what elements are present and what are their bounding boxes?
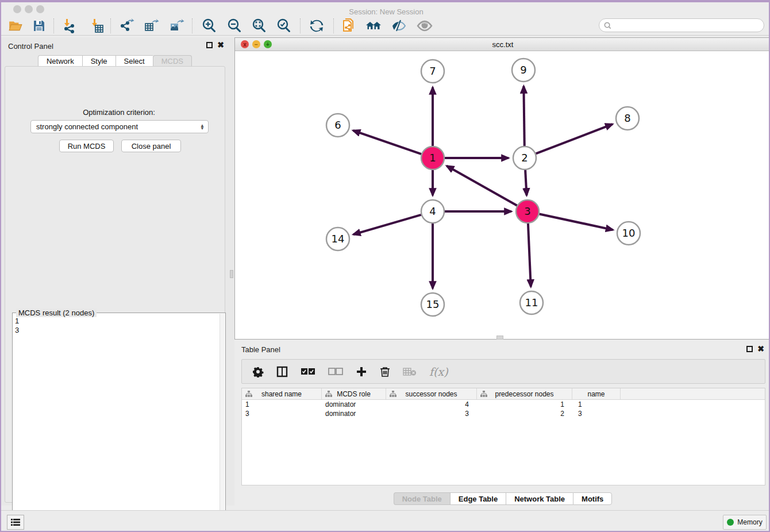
column-header-predecessor-nodes[interactable]: predecessor nodes (477, 388, 572, 399)
toolbar-separator (53, 18, 54, 33)
table-row[interactable]: 1 dominator 4 1 1 (242, 400, 765, 409)
first-neighbors-icon[interactable] (364, 17, 383, 34)
tab-network-table[interactable]: Network Table (506, 492, 573, 505)
graph-node-label: 15 (426, 298, 440, 310)
app-titlebar: Session: New Session (1, 2, 770, 16)
control-panel-tabs: Network Style Select MCDS (1, 55, 229, 67)
cell-name: 3 (572, 409, 621, 418)
table-toolbar: f(x) (241, 359, 765, 384)
cell-mcds-role: dominator (322, 400, 386, 409)
column-header-successor-nodes[interactable]: successor nodes (386, 388, 477, 399)
toolbar-separator (300, 18, 301, 33)
table-panel: Table Panel ✖ f(x) shared name (234, 342, 770, 510)
zoom-out-icon[interactable] (225, 17, 244, 34)
column-header-mcds-role[interactable]: MCDS role (322, 388, 386, 399)
graph-node-label: 10 (622, 227, 636, 239)
cell-shared-name: 3 (242, 409, 322, 418)
float-window-icon[interactable] (746, 346, 753, 352)
table-panel-title: Table Panel (241, 345, 280, 354)
hide-graphics-icon[interactable] (389, 17, 409, 34)
save-session-icon[interactable] (29, 17, 49, 34)
cell-predecessor-nodes: 1 (477, 400, 572, 409)
graph-edge-3-11[interactable] (528, 223, 531, 287)
graph-edge-1-6[interactable] (353, 130, 421, 154)
close-panel-icon[interactable]: ✖ (757, 344, 764, 353)
layout-refresh-icon[interactable] (307, 17, 326, 34)
graph-edge-2-8[interactable] (536, 124, 613, 153)
select-all-columns-icon[interactable] (301, 368, 315, 376)
close-panel-icon[interactable]: ✖ (217, 40, 224, 49)
graph-node-label: 9 (520, 64, 526, 76)
graph-edge-3-10[interactable] (540, 214, 613, 230)
task-history-button[interactable] (7, 515, 24, 530)
toggle-column-icon[interactable] (276, 366, 288, 377)
export-image-icon[interactable] (167, 17, 187, 34)
table-panel-tabs: Node Table Edge Table Network Table Moti… (234, 492, 770, 505)
cell-name: 1 (572, 400, 621, 409)
export-table-icon[interactable] (142, 17, 161, 34)
tab-motifs[interactable]: Motifs (573, 492, 612, 505)
run-mcds-button[interactable]: Run MCDS (59, 140, 114, 152)
zoom-in-icon[interactable] (199, 17, 219, 34)
export-network-icon[interactable] (117, 17, 136, 34)
graph-node-label: 11 (525, 296, 538, 309)
cell-successor-nodes: 3 (386, 409, 477, 418)
delete-column-icon[interactable] (380, 366, 390, 377)
function-builder-icon[interactable]: f(x) (429, 365, 448, 378)
result-scrollbar[interactable] (220, 314, 225, 531)
float-window-icon[interactable] (206, 42, 213, 48)
network-graph[interactable]: 1234678910111415 (235, 51, 770, 339)
graph-node-label: 2 (521, 152, 528, 164)
clone-network-icon[interactable] (339, 17, 359, 34)
unselect-all-columns-icon[interactable] (328, 368, 343, 376)
tab-edge-table[interactable]: Edge Table (450, 492, 506, 505)
zoom-selected-icon[interactable] (274, 17, 294, 34)
table-row[interactable]: 3 dominator 3 2 3 (242, 409, 765, 418)
graph-edge-3-1[interactable] (446, 166, 517, 206)
birdseye-icon[interactable] (415, 17, 434, 34)
tab-network[interactable]: Network (38, 55, 82, 67)
criterion-select[interactable]: strongly connected component ▲▼ (30, 120, 209, 133)
memory-button[interactable]: Memory (723, 515, 767, 530)
delete-table-icon[interactable] (403, 367, 417, 376)
tab-mcds[interactable]: MCDS (153, 55, 192, 67)
status-bar: Memory (1, 510, 770, 532)
graph-edge-2-3[interactable] (525, 170, 526, 195)
tab-style[interactable]: Style (82, 55, 116, 67)
control-panel: Control Panel ✖ Network Style Select MCD… (1, 37, 229, 506)
toolbar-separator (192, 18, 192, 33)
column-header-shared-name[interactable]: shared name (242, 388, 322, 399)
graph-node-label: 7 (429, 65, 436, 77)
tab-node-table[interactable]: Node Table (394, 492, 450, 505)
open-session-icon[interactable] (6, 17, 25, 34)
graph-edge-2-9[interactable] (523, 86, 524, 146)
panel-splitter[interactable] (229, 37, 234, 506)
table-settings-gear-icon[interactable] (252, 366, 264, 377)
column-header-name[interactable]: name (572, 388, 621, 399)
search-input[interactable] (611, 21, 764, 29)
task-history-icon (11, 518, 20, 526)
network-view-window: x − + scc.txt 1234678910111415 (234, 37, 770, 340)
mcds-result-text[interactable]: 1 3 (15, 317, 19, 335)
import-network-icon[interactable] (59, 17, 79, 34)
toolbar-separator (333, 18, 334, 33)
zoom-fit-icon[interactable] (249, 17, 269, 34)
network-resize-handle[interactable] (496, 336, 503, 340)
import-table-icon[interactable] (87, 17, 106, 34)
select-stepper-icon: ▲▼ (200, 124, 205, 130)
node-table: shared name MCDS role successor nodes pr… (241, 388, 765, 485)
memory-label: Memory (737, 518, 762, 526)
graph-edge-4-14[interactable] (353, 215, 421, 234)
close-panel-button[interactable]: Close panel (121, 140, 181, 152)
mcds-result-group: MCDS result (2 nodes) 1 3 (12, 313, 226, 532)
tab-select[interactable]: Select (116, 55, 153, 67)
cell-mcds-role: dominator (322, 409, 386, 418)
search-field[interactable] (599, 18, 764, 32)
graph-node-label: 1 (429, 152, 436, 164)
network-window-titlebar[interactable]: x − + scc.txt (235, 38, 770, 51)
table-header-row: shared name MCDS role successor nodes pr… (242, 388, 765, 400)
add-column-icon[interactable] (356, 366, 367, 377)
splitter-handle[interactable] (230, 270, 233, 278)
main-toolbar (1, 16, 770, 36)
control-panel-title: Control Panel (8, 42, 53, 51)
